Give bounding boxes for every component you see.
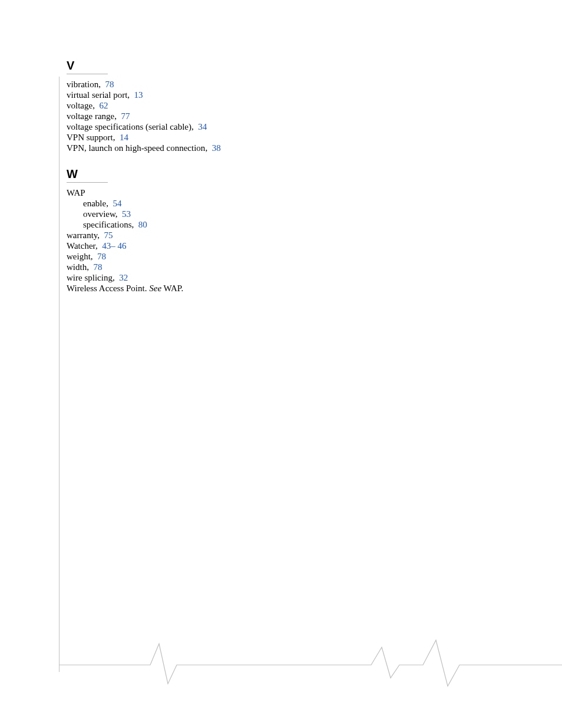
section-heading-w: W (67, 167, 396, 184)
entry-prefix: Wireless Access Point. (67, 284, 149, 293)
entry-text: Watcher (67, 241, 95, 251)
entry-text: warranty (67, 230, 97, 240)
left-margin-rule (59, 77, 59, 672)
entry-text: voltage range (67, 111, 114, 121)
entry-text: WAP (67, 188, 85, 197)
entry-sep: , (191, 122, 194, 131)
page-link-to[interactable]: 46 (118, 241, 127, 251)
entry-text: wire splicing (67, 273, 113, 282)
page-link[interactable]: 80 (138, 220, 147, 229)
entry-vpn-launch: VPN, launch on high-speed connection, 38 (67, 143, 396, 153)
entry-text: voltage specifications (serial cable) (67, 122, 191, 131)
page-link[interactable]: 77 (121, 111, 130, 121)
page-link[interactable]: 38 (212, 143, 221, 153)
entry-voltage-range: voltage range, 77 (67, 111, 396, 121)
subentry-wap-overview: overview, 53 (83, 209, 396, 219)
entry-sep: , (131, 220, 134, 229)
entry-sep: , (114, 111, 117, 121)
page-link[interactable]: 78 (97, 252, 106, 261)
section-v-entries: vibration, 78 virtual serial port, 13 vo… (67, 79, 396, 153)
page-range-dash: – (111, 241, 115, 251)
section-heading-v: V (67, 59, 396, 75)
index-content: V vibration, 78 virtual serial port, 13 … (67, 59, 396, 308)
entry-sep: , (113, 273, 115, 282)
entry-text: virtual serial port (67, 90, 127, 100)
page-link[interactable]: 78 (105, 80, 114, 89)
heading-underline (67, 74, 108, 74)
section-heading-v-label: V (67, 59, 74, 72)
entry-sep: , (92, 101, 95, 110)
entry-sep: , (205, 143, 207, 153)
entry-wap: WAP (67, 187, 396, 198)
entry-sep: , (113, 133, 115, 142)
page-link[interactable]: 53 (122, 209, 131, 219)
entry-sep: , (106, 199, 108, 208)
entry-watcher: Watcher, 43– 46 (67, 241, 396, 251)
wap-subentries: enable, 54 overview, 53 specifications, … (83, 198, 396, 230)
entry-weight: weight, 78 (67, 251, 396, 262)
entry-sep: , (98, 80, 101, 89)
page-link[interactable]: 32 (119, 273, 128, 282)
entry-voltage: voltage, 62 (67, 100, 396, 111)
see-word: See (149, 284, 161, 293)
section-heading-w-label: W (67, 167, 78, 180)
entry-sep: , (87, 262, 89, 272)
entry-text: enable (83, 199, 106, 208)
footer-wave-decoration (59, 637, 562, 690)
entry-text: specifications (83, 220, 131, 229)
entry-text: overview (83, 209, 115, 219)
entry-sep: , (97, 230, 100, 240)
entry-virtual-serial-port: virtual serial port, 13 (67, 90, 396, 100)
entry-sep: , (115, 209, 118, 219)
entry-wire-splicing: wire splicing, 32 (67, 272, 396, 283)
entry-text: VPN support (67, 133, 113, 142)
section-w-entries: WAP enable, 54 overview, 53 specificatio… (67, 187, 396, 294)
entry-text: width (67, 262, 87, 272)
page-link-from[interactable]: 43 (102, 241, 111, 251)
entry-vpn-support: VPN support, 14 (67, 132, 396, 143)
page-link[interactable]: 34 (198, 122, 207, 131)
index-page: V vibration, 78 virtual serial port, 13 … (0, 0, 562, 728)
entry-text: VPN, launch on high-speed connection (67, 143, 205, 153)
entry-text: voltage (67, 101, 92, 110)
subentry-wap-specifications: specifications, 80 (83, 219, 396, 230)
page-link[interactable]: 75 (104, 230, 113, 240)
entry-sep: , (95, 241, 98, 251)
entry-vibration: vibration, 78 (67, 79, 396, 90)
page-link[interactable]: 62 (99, 101, 108, 110)
subentry-wap-enable: enable, 54 (83, 198, 396, 209)
entry-warranty: warranty, 75 (67, 230, 396, 241)
entry-text: vibration (67, 80, 98, 89)
entry-sep: , (127, 90, 130, 100)
page-link[interactable]: 78 (93, 262, 102, 272)
entry-width: width, 78 (67, 262, 396, 272)
heading-underline (67, 182, 108, 183)
page-link[interactable]: 14 (120, 133, 128, 142)
entry-sep: , (91, 252, 93, 261)
entry-wireless-access-point: Wireless Access Point. See WAP. (67, 283, 396, 294)
entry-text: weight (67, 252, 91, 261)
page-link[interactable]: 54 (113, 199, 121, 208)
entry-voltage-specs: voltage specifications (serial cable), 3… (67, 121, 396, 132)
page-link[interactable]: 13 (134, 90, 143, 100)
entry-suffix: WAP. (161, 284, 183, 293)
